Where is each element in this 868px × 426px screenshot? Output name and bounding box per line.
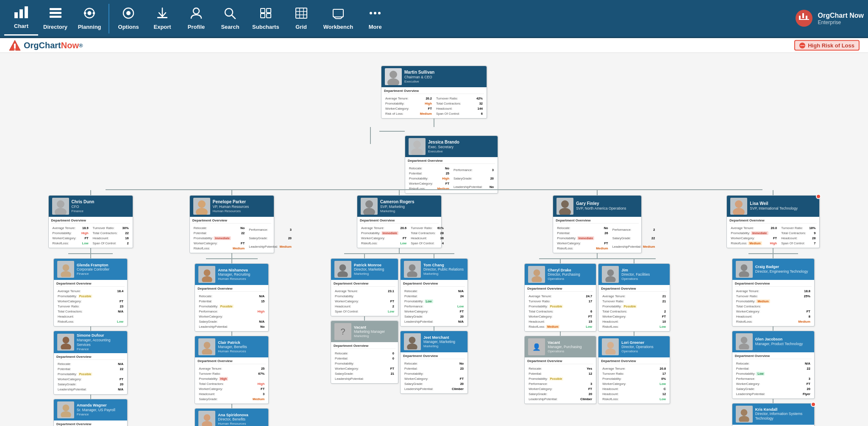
node-anna-nishanova[interactable]: Anna Nishanova Manager, Recruiting Human… xyxy=(195,263,269,332)
node-kris-kendall[interactable]: Kris Kendall Director, Information Syste… xyxy=(732,403,815,426)
svg-point-66 xyxy=(409,337,416,343)
directory-label: Directory xyxy=(43,24,67,30)
svg-point-44 xyxy=(57,200,64,208)
chart-area[interactable]: Martin Sullivan Chairman & CEO Executive… xyxy=(0,53,868,426)
svg-rect-35 xyxy=(799,16,801,19)
svg-point-76 xyxy=(735,200,743,208)
nav-search[interactable]: Search xyxy=(213,2,247,36)
high-risk-indicator xyxy=(816,194,821,199)
node-tom-chang[interactable]: Tom Chang Director, Public Relations Mar… xyxy=(400,258,468,326)
svg-point-48 xyxy=(62,337,69,344)
high-risk-label: High Risk of Loss xyxy=(808,42,854,49)
high-risk-badge: — High Risk of Loss xyxy=(794,40,860,51)
nav-chart[interactable]: Chart xyxy=(4,2,38,36)
options-label: Options xyxy=(118,24,139,30)
node-glenda-frampton[interactable]: Glenda Frampton Corporate Controller Fin… xyxy=(53,258,128,326)
options-icon xyxy=(122,7,135,22)
svg-rect-19 xyxy=(267,14,271,18)
svg-point-46 xyxy=(62,264,69,271)
svg-rect-1 xyxy=(19,9,23,18)
nav-more[interactable]: More xyxy=(358,2,392,36)
chart-label: Chart xyxy=(14,23,28,29)
node-clair-patrick[interactable]: Clair Patrick Manager, Benefits Human Re… xyxy=(195,336,269,404)
nav-planning[interactable]: Planning xyxy=(72,2,106,36)
svg-point-82 xyxy=(741,409,748,416)
svg-point-65 xyxy=(407,271,418,277)
workbench-label: Workbench xyxy=(323,24,353,30)
svg-rect-16 xyxy=(261,8,265,13)
high-risk-dot: — xyxy=(799,42,805,48)
svg-rect-38 xyxy=(14,44,16,49)
svg-point-29 xyxy=(370,12,372,14)
node-martin-sullivan[interactable]: Martin Sullivan Chairman & CEO Executive… xyxy=(381,66,487,119)
nav-grid[interactable]: Grid xyxy=(284,2,318,36)
node-patrick-monroe[interactable]: Patrick Monroe Director, Marketing Marke… xyxy=(331,258,398,316)
node-cameron-rogers[interactable]: Cameron Rogers SVP, Marketing Marketing … xyxy=(357,195,442,248)
svg-point-52 xyxy=(198,200,206,208)
svg-point-78 xyxy=(741,264,748,271)
node-cheryl-drake[interactable]: Cheryl Drake Director, Purchasing Operat… xyxy=(524,263,596,332)
node-craig-badger[interactable]: Craig Badger Director, Engineering Techn… xyxy=(732,258,815,326)
svg-point-80 xyxy=(741,337,748,343)
ceo-name: Martin Sullivan xyxy=(404,70,483,75)
svg-point-81 xyxy=(739,343,750,349)
svg-point-72 xyxy=(607,269,614,276)
svg-point-79 xyxy=(739,271,750,277)
node-chris-dunn[interactable]: Chris Dunn CFO Finance Department Overvi… xyxy=(48,195,133,248)
svg-point-68 xyxy=(561,200,569,208)
svg-rect-17 xyxy=(267,8,271,13)
node-penelope-parker[interactable]: Penelope Parker VP, Human Resources Huma… xyxy=(189,195,274,253)
more-icon xyxy=(369,7,381,22)
svg-rect-4 xyxy=(50,12,61,14)
svg-point-59 xyxy=(202,421,212,426)
svg-point-49 xyxy=(61,343,71,349)
top-navigation: Chart Directory Planning Options Export … xyxy=(0,0,868,38)
subcharts-icon xyxy=(259,7,272,22)
node-simone-dufour[interactable]: Simone Dufour Manager, Accounting Servic… xyxy=(53,331,128,395)
export-label: Export xyxy=(153,24,171,30)
node-jeet-merchant[interactable]: Jeet Merchant Manager, Marketing Marketi… xyxy=(400,331,468,394)
node-gary-finley[interactable]: Gary Finley SVP, North America Operation… xyxy=(553,195,642,253)
svg-rect-0 xyxy=(14,12,18,18)
node-glen-jacobson[interactable]: Glen Jacobson Manager, Product Technolog… xyxy=(732,331,815,399)
export-icon xyxy=(156,7,169,22)
svg-line-15 xyxy=(232,15,235,19)
svg-rect-34 xyxy=(806,16,807,19)
svg-point-41 xyxy=(387,78,399,85)
svg-point-63 xyxy=(338,271,348,277)
nav-profile[interactable]: Profile xyxy=(179,2,213,36)
svg-point-61 xyxy=(363,208,375,215)
svg-point-43 xyxy=(411,148,423,155)
search-label: Search xyxy=(221,24,239,30)
svg-point-30 xyxy=(374,12,376,14)
workbench-icon xyxy=(332,7,345,22)
nav-options[interactable]: Options xyxy=(111,2,145,36)
svg-point-83 xyxy=(739,416,750,422)
svg-rect-12 xyxy=(157,17,167,18)
node-jim[interactable]: Jim Director, Facilities Operations Depa… xyxy=(598,263,670,332)
node-vacant-marketing[interactable]: ? Vacant Marketing Manager Marketing xyxy=(331,321,398,384)
svg-point-13 xyxy=(193,8,199,14)
nav-export[interactable]: Export xyxy=(145,2,179,36)
node-jessica-brando[interactable]: Jessica Brando Exec. Secretary Executive… xyxy=(405,136,498,194)
svg-point-9 xyxy=(93,12,95,14)
svg-point-71 xyxy=(531,276,542,282)
grid-label: Grid xyxy=(295,24,307,30)
org-logo: OrgChart Now® xyxy=(8,39,83,51)
node-vacant-operations[interactable]: 👤 Vacant Manager, Purchasing Operations xyxy=(524,336,596,404)
svg-point-47 xyxy=(61,271,71,277)
svg-point-57 xyxy=(202,349,212,354)
node-amanda-wagner[interactable]: Amanda Wagner Sr. Manager, US Payroll Fi… xyxy=(53,399,128,426)
svg-rect-20 xyxy=(296,8,307,18)
svg-rect-5 xyxy=(50,16,61,18)
profile-label: Profile xyxy=(188,24,205,30)
svg-point-32 xyxy=(796,10,812,27)
node-lisa-weil[interactable]: Lisa Weil SVP, International Technology … xyxy=(726,195,820,248)
nav-workbench[interactable]: Workbench xyxy=(318,2,359,36)
nav-subcharts[interactable]: Subcharts xyxy=(247,2,284,36)
node-ana-spiridonova[interactable]: Ana Spiridonova Director, Benefits Human… xyxy=(195,408,269,426)
nav-directory[interactable]: Directory xyxy=(38,2,72,36)
nav-divider-1 xyxy=(108,4,109,33)
node-lori-greener[interactable]: Lori Greener Director, Operations Operat… xyxy=(598,336,670,404)
kris-risk-indicator xyxy=(811,402,816,407)
